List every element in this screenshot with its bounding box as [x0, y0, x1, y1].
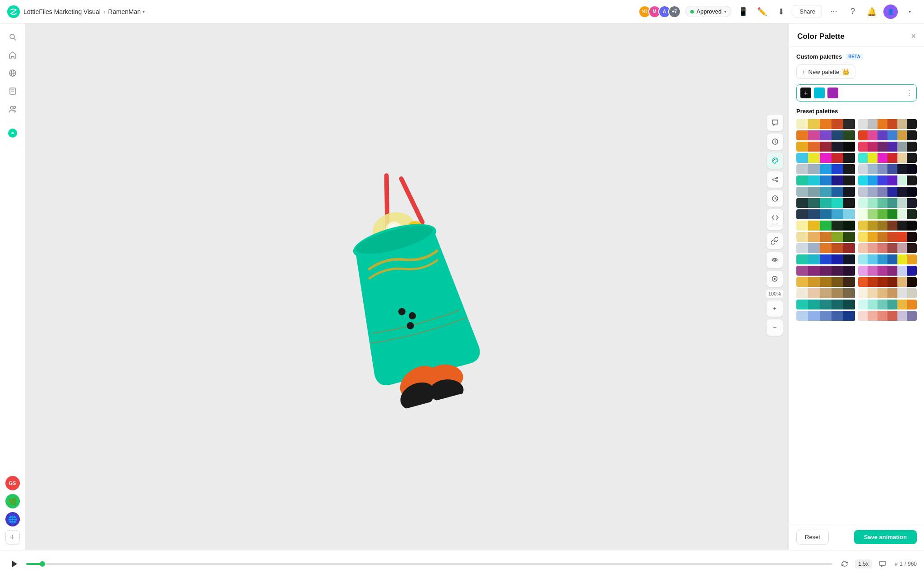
preset-row-11b[interactable]: [858, 232, 917, 242]
swatch[interactable]: [897, 243, 907, 253]
preset-row-8b[interactable]: [858, 198, 917, 208]
swatch[interactable]: [808, 119, 820, 129]
swatch[interactable]: [897, 288, 907, 298]
swatch[interactable]: [887, 175, 897, 185]
tablet-icon[interactable]: 📱: [736, 5, 750, 19]
swatch[interactable]: [878, 142, 887, 152]
zoom-in-canvas-icon[interactable]: +: [767, 300, 783, 317]
swatch[interactable]: [808, 277, 820, 287]
swatch[interactable]: [820, 164, 832, 174]
preset-row-3b[interactable]: [858, 142, 917, 152]
swatch[interactable]: [878, 232, 887, 242]
swatch[interactable]: [887, 277, 897, 287]
preset-row-6a[interactable]: [796, 175, 855, 185]
brush-sidebar-icon[interactable]: [5, 125, 21, 141]
swatch[interactable]: [820, 311, 832, 321]
code-canvas-icon[interactable]: [767, 209, 783, 226]
speed-badge[interactable]: 1.5x: [855, 559, 873, 568]
swatch[interactable]: [887, 130, 897, 140]
swatch[interactable]: [832, 130, 843, 140]
swatch[interactable]: [907, 277, 917, 287]
loop-button[interactable]: [838, 557, 851, 571]
swatch[interactable]: [897, 130, 907, 140]
swatch[interactable]: [832, 288, 843, 298]
swatch[interactable]: [808, 288, 820, 298]
swatch[interactable]: [897, 198, 907, 208]
swatch[interactable]: [796, 209, 808, 219]
swatch[interactable]: [878, 300, 887, 309]
swatch[interactable]: [858, 311, 868, 321]
profile-chevron-icon[interactable]: ▾: [902, 5, 917, 19]
swatch[interactable]: [843, 164, 855, 174]
swatch[interactable]: [820, 209, 832, 219]
swatch[interactable]: [907, 164, 917, 174]
palette-close-button[interactable]: ×: [911, 32, 916, 41]
swatch[interactable]: [878, 254, 887, 264]
swatch[interactable]: [897, 175, 907, 185]
swatch[interactable]: [907, 198, 917, 208]
book-sidebar-icon[interactable]: [5, 83, 21, 99]
swatch[interactable]: [832, 232, 843, 242]
chevron-down-icon[interactable]: ▾: [143, 9, 145, 14]
swatch[interactable]: [878, 164, 887, 174]
swatch[interactable]: [907, 187, 917, 197]
swatch[interactable]: [858, 142, 868, 152]
swatch[interactable]: [832, 311, 843, 321]
swatch[interactable]: [897, 153, 907, 163]
swatch[interactable]: [878, 175, 887, 185]
swatch[interactable]: [796, 130, 808, 140]
swatch[interactable]: [887, 266, 897, 276]
swatch[interactable]: [907, 243, 917, 253]
swatch-cyan[interactable]: [814, 88, 825, 98]
swatch[interactable]: [868, 187, 878, 197]
swatch[interactable]: [907, 232, 917, 242]
swatch[interactable]: [820, 288, 832, 298]
swatch[interactable]: [858, 243, 868, 253]
preset-row-12b[interactable]: [858, 243, 917, 253]
swatch[interactable]: [832, 254, 843, 264]
visibility-canvas-icon[interactable]: [767, 252, 783, 268]
swatch[interactable]: [868, 300, 878, 309]
preset-row-18b[interactable]: [858, 311, 917, 321]
swatch[interactable]: [796, 232, 808, 242]
swatch[interactable]: [858, 254, 868, 264]
swatch[interactable]: [878, 153, 887, 163]
preset-row-16b[interactable]: [858, 288, 917, 298]
globe-sidebar-icon[interactable]: [5, 65, 21, 81]
swatch[interactable]: [843, 243, 855, 253]
swatch[interactable]: [843, 266, 855, 276]
swatch[interactable]: [897, 187, 907, 197]
swatch[interactable]: [820, 130, 832, 140]
swatch[interactable]: [820, 175, 832, 185]
swatch[interactable]: [808, 300, 820, 309]
swatch[interactable]: [887, 142, 897, 152]
swatch[interactable]: [832, 277, 843, 287]
swatch-purple[interactable]: [827, 88, 838, 98]
swatch[interactable]: [843, 198, 855, 208]
zoom-out-canvas-icon[interactable]: −: [767, 319, 783, 336]
add-workspace-button[interactable]: +: [5, 530, 20, 545]
swatch[interactable]: [808, 130, 820, 140]
swatch[interactable]: [887, 254, 897, 264]
swatch[interactable]: [832, 153, 843, 163]
swatch[interactable]: [820, 221, 832, 231]
swatch[interactable]: [868, 221, 878, 231]
swatch[interactable]: [878, 187, 887, 197]
swatch[interactable]: [808, 254, 820, 264]
swatch[interactable]: [820, 277, 832, 287]
swatch[interactable]: [887, 187, 897, 197]
swatch[interactable]: [858, 232, 868, 242]
swatch[interactable]: [887, 164, 897, 174]
swatch[interactable]: [897, 311, 907, 321]
swatch[interactable]: [808, 153, 820, 163]
swatch[interactable]: [907, 300, 917, 309]
preset-row-4b[interactable]: [858, 153, 917, 163]
swatch[interactable]: [897, 164, 907, 174]
preset-row-12a[interactable]: [796, 243, 855, 253]
swatch[interactable]: [907, 209, 917, 219]
new-palette-button[interactable]: + New palette 👑: [796, 65, 855, 79]
swatch[interactable]: [832, 221, 843, 231]
status-badge[interactable]: Approved ▾: [685, 6, 732, 17]
comment-timeline-button[interactable]: [876, 557, 889, 571]
preset-row-9b[interactable]: [858, 209, 917, 219]
